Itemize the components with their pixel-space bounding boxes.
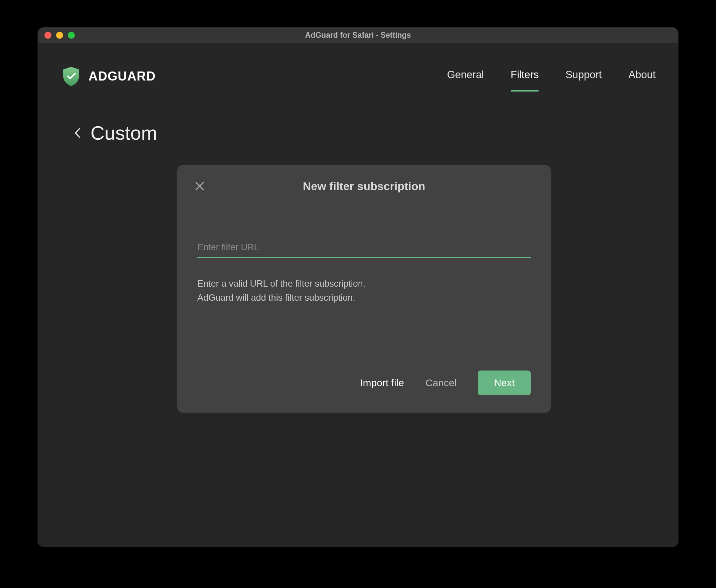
page-title: Custom <box>90 122 157 144</box>
app-window: AdGuard for Safari - Settings ADGUARD <box>38 27 678 547</box>
tab-support[interactable]: Support <box>565 69 602 84</box>
page-header: Custom <box>38 103 678 144</box>
tab-filters[interactable]: Filters <box>511 69 539 84</box>
minimize-window-button[interactable] <box>56 32 63 39</box>
nav-tabs: General Filters Support About <box>447 69 655 84</box>
import-file-button[interactable]: Import file <box>360 377 404 388</box>
dialog-title: New filter subscription <box>303 180 426 193</box>
titlebar: AdGuard for Safari - Settings <box>38 27 678 43</box>
app-header: ADGUARD General Filters Support About <box>38 43 678 103</box>
close-window-button[interactable] <box>44 32 51 39</box>
maximize-window-button[interactable] <box>68 32 75 39</box>
help-text: Enter a valid URL of the filter subscrip… <box>197 277 531 305</box>
window-controls <box>44 32 75 39</box>
next-button[interactable]: Next <box>478 371 531 395</box>
help-text-line1: Enter a valid URL of the filter subscrip… <box>197 277 531 291</box>
window-title: AdGuard for Safari - Settings <box>305 31 411 40</box>
dialog-footer: Import file Cancel Next <box>197 371 531 395</box>
new-filter-dialog: New filter subscription Enter a valid UR… <box>177 165 551 413</box>
help-text-line2: AdGuard will add this filter subscriptio… <box>197 291 531 305</box>
content-area: ADGUARD General Filters Support About Cu… <box>38 43 678 144</box>
cancel-button[interactable]: Cancel <box>426 377 457 388</box>
shield-icon <box>61 65 82 87</box>
back-button[interactable] <box>74 127 81 139</box>
close-icon[interactable] <box>195 181 205 191</box>
tab-about[interactable]: About <box>629 69 655 84</box>
brand-name: ADGUARD <box>88 69 156 84</box>
logo-section: ADGUARD <box>61 65 156 87</box>
dialog-header: New filter subscription <box>197 180 531 193</box>
filter-url-input[interactable] <box>197 239 531 258</box>
tab-general[interactable]: General <box>447 69 484 84</box>
